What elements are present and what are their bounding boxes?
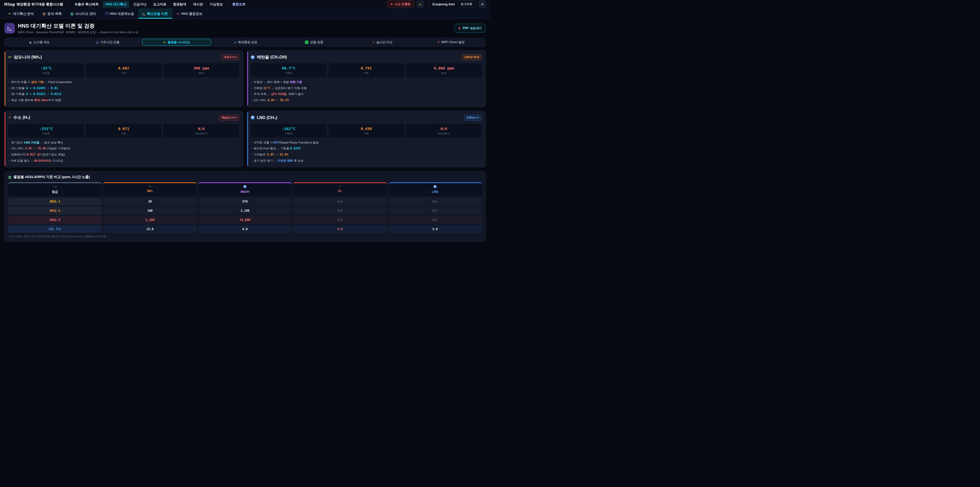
stat-boxes: -33°C비등점0.682비중300 ppmIDLH bbox=[8, 63, 239, 77]
table-cell: 1,100 bbox=[103, 216, 197, 224]
check-icon: ✓ bbox=[305, 41, 308, 44]
hazard-badge: 인화성+독성 bbox=[462, 54, 482, 60]
pen-icon: ✏ bbox=[8, 12, 11, 15]
bullet-text: 해수면 유출 시 bbox=[11, 80, 32, 83]
subnav-tab[interactable]: ∿HNS 물질정보 bbox=[172, 9, 207, 19]
stat-boxes: -162°C비등점0.450비중N/AIDLH(질식) bbox=[251, 124, 482, 138]
main-menu-item[interactable]: HNS·대기확산 bbox=[102, 1, 129, 8]
bullet-text: RPT bbox=[274, 141, 280, 144]
subnav-tab[interactable]: ✏대기확산 분석 bbox=[4, 9, 38, 19]
subnav-tab-label: HNS 물질정보 bbox=[181, 11, 202, 16]
app-brand[interactable]: Wing 해양환경 위기대응 통합시스템 bbox=[3, 2, 63, 6]
incident-status-badge[interactable]: 사고 진행중 bbox=[387, 0, 414, 8]
stat-box: N/AIDLH(질식) bbox=[163, 124, 239, 138]
subnav-tab[interactable]: ▥시나리오 관리 bbox=[66, 9, 100, 19]
bullet-line: •해수면 유출 시 급속 기화 → Flash Evaporation bbox=[9, 80, 239, 84]
section-tab-label: 실시간 비교 bbox=[376, 40, 393, 45]
section-tab[interactable]: ◉시스템 개요 bbox=[5, 38, 73, 46]
substance-card-lng: LNG (CH₄)인화성★★-162°C비등점0.450비중N/AIDLH(질식… bbox=[247, 111, 486, 168]
subnav-tab-label: 시나리오 관리 bbox=[75, 11, 96, 16]
card-bullets: •해수면 유출 시 급속 기화 → Flash Evaporation•2D 기… bbox=[8, 80, 239, 102]
bullet-text: 2D 기화율: bbox=[11, 86, 26, 89]
stat-value: 0.071 bbox=[87, 127, 160, 131]
notification-bell-button[interactable]: ⍾ bbox=[417, 0, 424, 8]
stat-label: 비등점 bbox=[252, 72, 325, 75]
section-tab[interactable]: ↗WRF-Chem 발전 bbox=[417, 38, 485, 46]
section-tab[interactable]: ⚡실시간 비교 bbox=[348, 38, 417, 46]
section-tab[interactable]: ≈해양환경 보정 bbox=[212, 38, 280, 46]
column-sub-label bbox=[198, 185, 292, 189]
bullet-text: ṁ = 0.0182t - 0.0112 bbox=[26, 92, 61, 96]
stat-value: N/A bbox=[165, 127, 238, 131]
main-menu-item[interactable]: 유출유 확산예측 bbox=[72, 1, 102, 8]
page-subtitle: WRF-Chem · Gaussian Plume/Puff · ROMS · … bbox=[18, 30, 138, 34]
bullet-text: 무색·무취 → bbox=[254, 93, 271, 96]
stat-box: 300 ppmIDLH bbox=[163, 63, 239, 77]
card-title: 메탄올 (CH₃OH) bbox=[251, 55, 287, 60]
bullet-line: •Puff 모델 필수 → BLEVE/VCE 시나리오 bbox=[9, 158, 239, 163]
stat-boxes: -253°C비등점0.071비중N/AIDLH(질식) bbox=[8, 124, 239, 138]
table-cell: 160 bbox=[103, 207, 197, 214]
main-menu-item[interactable]: 게시판 bbox=[190, 1, 206, 8]
logout-button[interactable]: 로그아웃 bbox=[457, 0, 476, 8]
stat-value: -253°C bbox=[10, 127, 83, 131]
subnav-tab-label: 확산모델 이론 bbox=[147, 11, 168, 16]
stat-box: 6,000 ppmIDLH bbox=[406, 63, 482, 77]
card-bullets: •극저온 유출 시 RPT(Rapid Phase Transition) 발생… bbox=[251, 141, 482, 163]
table-column-header: 기준등급 bbox=[8, 182, 102, 196]
main-menu-item[interactable]: 통합조회 bbox=[228, 1, 248, 8]
hazard-badge: 인화성★★ bbox=[464, 115, 482, 121]
stat-box: -33°C비등점 bbox=[8, 63, 84, 77]
stat-value: -33°C bbox=[10, 66, 83, 70]
bullet-text: ṁ = 0.0168t - 0.01 bbox=[26, 86, 58, 90]
ruler-icon: ◺ bbox=[143, 12, 145, 15]
bullet-text: (극넓은 가연범위) bbox=[46, 147, 70, 150]
main-menu-item[interactable]: 보고자료 bbox=[150, 1, 169, 8]
subnav-tab[interactable]: ❐HNS 대응매뉴얼 bbox=[100, 9, 138, 19]
bullet-text: 5.0% ~ 15.0% bbox=[267, 153, 288, 156]
subnav-tab[interactable]: ▤분석 목록 bbox=[38, 9, 66, 19]
wave-icon: ≈ bbox=[234, 41, 236, 44]
hamburger-menu-button[interactable]: ≡ bbox=[478, 0, 487, 8]
substance-card-nh3: ✏암모니아 (NH₃)독성★★★-33°C비등점0.682비중300 ppmID… bbox=[4, 50, 243, 107]
bullet-text: 0.017 mJ bbox=[27, 153, 41, 156]
bullet-text: 시나리오 bbox=[51, 159, 63, 162]
table-column-header: LNG bbox=[388, 182, 482, 196]
bullet-text: → 상온에서 증기 인화 위험 bbox=[270, 86, 307, 89]
table-cell: 15.0 bbox=[103, 225, 197, 233]
table-cell: 5.0 bbox=[388, 225, 482, 233]
section-tab[interactable]: ✏물질별 시나리오 bbox=[142, 39, 211, 46]
main-menu-item[interactable]: 기상정보 bbox=[207, 1, 226, 8]
user-name: Eunjeong Kim bbox=[433, 2, 455, 6]
table-cell: 2,100 bbox=[198, 207, 292, 214]
subnav-tab[interactable]: ◺확산모델 이론 bbox=[138, 9, 172, 19]
books-icon: ▥ bbox=[70, 12, 73, 15]
subnav-tab-label: HNS 대응매뉴얼 bbox=[110, 11, 134, 16]
main-menu-item[interactable]: 항공탐색 bbox=[170, 1, 189, 8]
section-tab[interactable]: ✓모델 검증 bbox=[280, 38, 348, 46]
section-tab[interactable]: ◎가우시안 모델 bbox=[73, 38, 142, 46]
bullet-line: •가연범위: 5.0% ~ 15.0% bbox=[251, 152, 482, 157]
bullet-text: 11°C bbox=[263, 86, 270, 90]
stat-box: 0.071비중 bbox=[86, 124, 162, 138]
section-tabs: ◉시스템 개요◎가우시안 모델✏물질별 시나리오≈해양환경 보정✓모델 검증⚡실… bbox=[4, 38, 486, 47]
stat-value: 0.791 bbox=[330, 66, 403, 70]
page-title: HNS 대기확산 모델 이론 및 검증 bbox=[18, 22, 138, 29]
main-menu-item[interactable]: 긴급구난 bbox=[130, 1, 149, 8]
pdf-export-button[interactable]: ↧ PDF 내보내기 bbox=[454, 24, 486, 33]
stat-box: 0.791비중 bbox=[328, 63, 404, 77]
table-cell: 670 bbox=[198, 198, 292, 205]
bullet-text: 14배 가벼움 bbox=[24, 141, 40, 144]
pen-icon: ✏ bbox=[149, 185, 151, 188]
bullet-line: •극저온 유출 시 RPT(Rapid Phase Transition) 발생 bbox=[251, 141, 482, 145]
bullet-text: 초기 냉각 증기 → bbox=[254, 159, 277, 162]
pen-icon: ✏ bbox=[8, 55, 11, 59]
column-sub-label: 기준 bbox=[8, 185, 102, 188]
bullet-text: LFL~UFL: bbox=[254, 99, 268, 102]
main-menu: 유출유 확산예측HNS·대기확산긴급구난보고자료항공탐색게시판기상정보통합조회 bbox=[72, 1, 248, 8]
divider bbox=[67, 2, 68, 6]
substance-cards-grid: ✏암모니아 (NH₃)독성★★★-33°C비등점0.682비중300 ppmID… bbox=[4, 50, 486, 167]
table-cell: N/A bbox=[388, 198, 482, 205]
bullet-text: 극저온 유출 시 bbox=[254, 141, 274, 144]
bullet-text: 독성 구름 풍하측 bbox=[11, 99, 34, 102]
